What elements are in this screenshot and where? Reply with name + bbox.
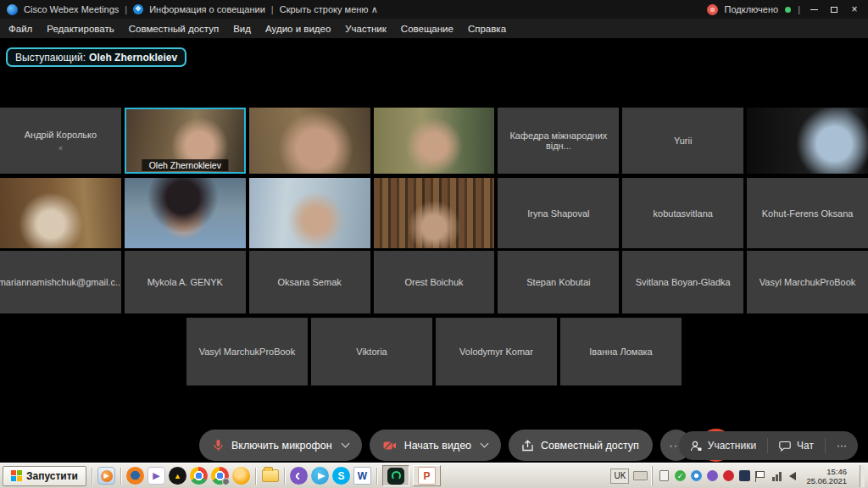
participant-video-tile[interactable]	[374, 178, 495, 248]
minimize-button[interactable]	[807, 3, 821, 15]
kmplayer-icon[interactable]: ▶	[147, 467, 165, 485]
participant-row: mariannamishchuk@gmail.c... Mykola A. GE…	[0, 251, 868, 313]
participant-tile[interactable]: Oksana Semak	[249, 251, 370, 313]
participant-tile[interactable]: mariannamishchuk@gmail.c...	[0, 251, 121, 313]
menu-meeting[interactable]: Совещание	[401, 24, 453, 34]
flag-tray-icon[interactable]	[754, 470, 766, 482]
chat-panel-button[interactable]: Чат	[768, 431, 825, 460]
taskbar-clock[interactable]: 15:46 25.06.2021	[803, 467, 850, 485]
participant-video-tile[interactable]	[249, 108, 370, 174]
chrome-canary-icon[interactable]	[232, 467, 250, 485]
participant-video-tile[interactable]: Oleh Zhernokleiev	[125, 108, 246, 174]
participant-tile[interactable]: Yurii	[622, 108, 743, 174]
dark-app-tray-icon[interactable]	[738, 470, 750, 482]
browser-tray-icon[interactable]	[690, 470, 702, 482]
panel-buttons-group: Участники Чат ···	[679, 431, 858, 460]
antivirus-tray-icon[interactable]: ✓	[674, 470, 686, 482]
share-label: Совместный доступ	[541, 440, 639, 452]
participant-video-tile[interactable]	[0, 178, 121, 248]
menu-file[interactable]: Файл	[8, 24, 32, 34]
menu-audio-video[interactable]: Аудио и видео	[265, 24, 331, 34]
participant-tile[interactable]: Mykola A. GENYK	[125, 251, 246, 313]
clock-time: 15:46	[826, 467, 847, 476]
connection-status: Подключено	[725, 4, 779, 14]
participant-name: Mykola A. GENYK	[147, 277, 223, 287]
participant-tile[interactable]: Кафедра міжнародних відн...	[498, 108, 619, 174]
unmute-button[interactable]: Включить микрофон	[199, 430, 362, 461]
participant-name: Vasyl MarchukProBook	[199, 347, 296, 357]
participants-panel-button[interactable]: Участники	[679, 431, 767, 460]
unmute-label: Включить микрофон	[231, 440, 332, 452]
participant-video-tile[interactable]	[249, 178, 370, 248]
participant-tile[interactable]: Viktoria	[311, 318, 432, 385]
participant-video-tile[interactable]	[747, 108, 868, 174]
participant-row: Vasyl MarchukProBook Viktoria Volodymyr …	[0, 318, 868, 385]
more-panels-button[interactable]: ···	[826, 431, 858, 460]
show-desktop-button[interactable]	[860, 465, 865, 487]
clipboard-tray-icon[interactable]	[658, 470, 670, 482]
participant-name: Viktoria	[356, 347, 387, 357]
hide-menu-toggle[interactable]: Скрыть строку меню ∧	[280, 4, 378, 15]
firefox-icon[interactable]	[126, 467, 144, 485]
participant-row: Андрій Королько × Oleh Zhernokleiev Кафе…	[0, 108, 868, 174]
participant-name: Svitlana Boyan-Gladka	[636, 277, 731, 287]
menu-help[interactable]: Справка	[468, 24, 506, 34]
share-icon	[522, 440, 533, 452]
meeting-info-icon[interactable]	[133, 4, 143, 14]
camera-off-icon	[383, 441, 397, 451]
participant-tile[interactable]: kobutasvitlana	[622, 178, 743, 248]
participant-tile[interactable]: Orest Boichuk	[374, 251, 495, 313]
skype-icon[interactable]: S	[332, 467, 350, 485]
menu-edit[interactable]: Редактировать	[47, 24, 114, 34]
windows-logo-icon	[11, 470, 22, 481]
maximize-button[interactable]	[827, 3, 841, 15]
microphone-muted-icon	[213, 439, 224, 452]
start-video-button[interactable]: Начать видео	[370, 430, 501, 461]
chrome-icon[interactable]	[190, 467, 208, 485]
participant-tile[interactable]: Stepan Kobutai	[498, 251, 619, 313]
chrome-profile-icon[interactable]	[211, 467, 229, 485]
chevron-down-icon[interactable]	[481, 440, 489, 448]
participant-tile[interactable]: Vasyl MarchukProBook	[186, 318, 308, 385]
start-button[interactable]: Запустити	[3, 466, 86, 486]
menu-view[interactable]: Вид	[233, 24, 251, 34]
participant-video-tile[interactable]	[374, 108, 495, 174]
speaker-name: Oleh Zhernokleiev	[89, 52, 177, 64]
tray-icons-well: ✓ 15:46 25.06.2021	[652, 466, 855, 486]
network-tray-icon[interactable]	[771, 470, 782, 482]
telegram-icon[interactable]	[311, 467, 329, 485]
menu-participant[interactable]: Участник	[345, 24, 387, 34]
file-explorer-icon[interactable]	[261, 467, 279, 485]
powerpoint-taskbar-button[interactable]: P	[413, 465, 441, 486]
share-content-button[interactable]: Совместный доступ	[509, 430, 653, 461]
close-button[interactable]: ×	[848, 3, 861, 15]
viber-tray-icon[interactable]	[706, 470, 718, 482]
word-icon[interactable]: W	[353, 467, 371, 485]
participant-name: Iryna Shapoval	[527, 208, 589, 219]
start-video-label: Начать видео	[404, 440, 471, 452]
participant-tile[interactable]: Іванна Ломака	[560, 318, 682, 385]
volume-tray-icon[interactable]	[787, 470, 798, 482]
participant-tile[interactable]: Kohut-Ferens Oksana	[747, 178, 868, 248]
meeting-info-link[interactable]: Информация о совещании	[149, 4, 265, 14]
record-indicator-icon[interactable]	[707, 4, 718, 15]
participant-tile[interactable]: Svitlana Boyan-Gladka	[622, 251, 743, 313]
webex-taskbar-button[interactable]	[382, 465, 409, 486]
keyboard-icon[interactable]	[633, 471, 648, 480]
aimp-icon[interactable]: ▲	[169, 467, 186, 485]
chevron-down-icon[interactable]	[341, 440, 349, 448]
webex-logo-icon	[7, 4, 18, 15]
titlebar-separator: |	[271, 4, 274, 14]
language-indicator[interactable]: UK	[610, 469, 629, 484]
red-app-tray-icon[interactable]	[722, 470, 734, 482]
participant-tile[interactable]: Iryna Shapoval	[498, 178, 619, 248]
powerpoint-icon: P	[418, 467, 436, 485]
participant-name: Андрій Королько	[25, 130, 97, 140]
viber-icon[interactable]	[290, 467, 308, 485]
participant-tile[interactable]: Андрій Королько ×	[0, 108, 121, 174]
participant-video-tile[interactable]	[125, 178, 246, 248]
menu-share[interactable]: Совместный доступ	[129, 24, 219, 34]
participant-tile[interactable]: Volodymyr Komar	[436, 318, 557, 385]
windows-media-player-icon[interactable]: ▶	[97, 467, 115, 485]
participant-tile[interactable]: Vasyl MarchukProBook	[747, 251, 868, 313]
